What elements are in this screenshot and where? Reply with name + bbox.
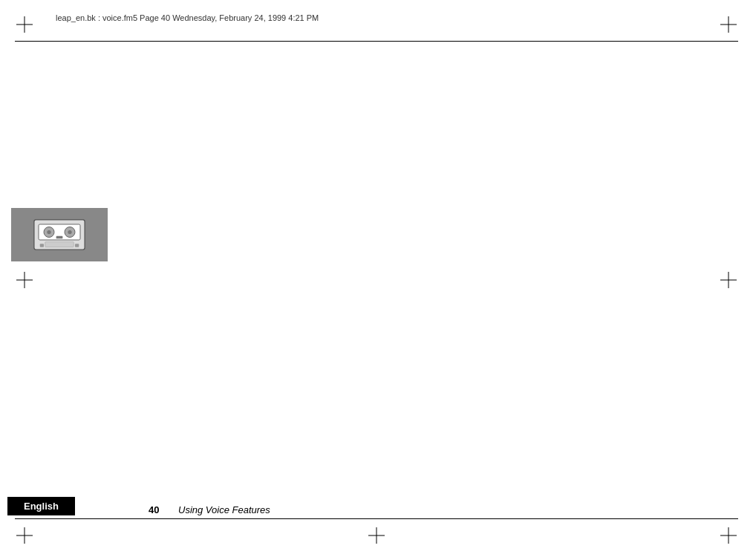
crosshair-mid-right [720, 272, 737, 288]
crosshair-mid-left [16, 272, 33, 288]
header-text: leap_en.bk : voice.fm5 Page 40 Wednesday… [56, 13, 319, 22]
svg-rect-8 [75, 244, 79, 247]
svg-rect-7 [40, 244, 44, 247]
page-border-bottom [15, 518, 738, 519]
svg-rect-9 [45, 242, 74, 247]
crosshair-bottom-left [16, 527, 33, 544]
crosshair-bottom-right [720, 527, 737, 544]
page-number: 40 [149, 504, 159, 515]
page-border-top [15, 41, 738, 42]
svg-rect-6 [56, 236, 63, 239]
crosshair-top-left [16, 16, 33, 33]
language-badge: English [7, 497, 75, 515]
cassette-icon [33, 219, 85, 250]
svg-point-5 [68, 230, 71, 234]
section-title: Using Voice Features [178, 504, 270, 515]
svg-point-3 [47, 230, 50, 234]
cassette-image [11, 208, 108, 261]
crosshair-bottom-center [368, 527, 385, 544]
crosshair-top-right [720, 16, 737, 33]
